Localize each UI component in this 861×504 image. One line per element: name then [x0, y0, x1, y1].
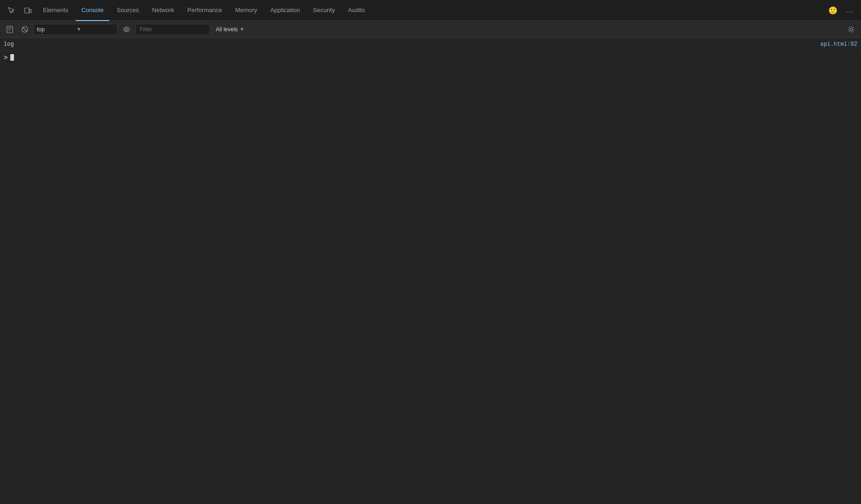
filter-input[interactable] — [135, 24, 210, 35]
more-options-button[interactable]: ... — [842, 3, 857, 18]
console-output-area: log api.html:92 > — [0, 38, 861, 504]
nav-right-icons: 🙂 ... — [826, 3, 857, 18]
device-toolbar-button[interactable] — [21, 3, 35, 18]
levels-chevron-icon: ▼ — [240, 27, 244, 32]
log-entry-text: log — [4, 41, 14, 48]
stop-recording-button[interactable] — [19, 23, 31, 35]
log-levels-dropdown[interactable]: All levels ▼ — [213, 24, 247, 35]
create-live-expression-button[interactable] — [120, 23, 133, 35]
tab-network[interactable]: Network — [147, 0, 180, 21]
tab-console[interactable]: Console — [76, 0, 109, 21]
log-entry-row: log api.html:92 — [0, 38, 861, 51]
feedback-button[interactable]: 🙂 — [826, 3, 840, 18]
cursor-tool-button[interactable] — [4, 3, 19, 18]
console-input-row: > — [0, 51, 861, 64]
prompt-arrow-icon: > — [4, 54, 7, 61]
tab-audits[interactable]: Audits — [342, 0, 370, 21]
context-chevron-icon: ▼ — [77, 27, 114, 32]
tab-application[interactable]: Application — [265, 0, 306, 21]
console-cursor[interactable] — [10, 54, 14, 61]
top-nav-bar: Elements Console Sources Network Perform… — [0, 0, 861, 21]
tab-elements[interactable]: Elements — [37, 0, 74, 21]
console-settings-button[interactable] — [845, 23, 857, 35]
main-content: top ▼ All levels ▼ l — [0, 21, 861, 504]
log-entry-source[interactable]: api.html:92 — [820, 41, 857, 48]
svg-point-10 — [850, 28, 853, 31]
svg-line-0 — [12, 11, 14, 13]
tab-security[interactable]: Security — [307, 0, 340, 21]
svg-point-9 — [126, 28, 128, 30]
svg-rect-3 — [7, 26, 13, 33]
svg-line-8 — [23, 28, 27, 31]
clear-console-button[interactable] — [4, 23, 16, 35]
context-selector[interactable]: top ▼ — [34, 24, 118, 35]
tab-sources[interactable]: Sources — [111, 0, 145, 21]
svg-rect-1 — [25, 8, 29, 13]
console-toolbar: top ▼ All levels ▼ — [0, 21, 861, 38]
svg-rect-2 — [29, 9, 31, 13]
tab-memory[interactable]: Memory — [230, 0, 263, 21]
tab-performance[interactable]: Performance — [182, 0, 227, 21]
